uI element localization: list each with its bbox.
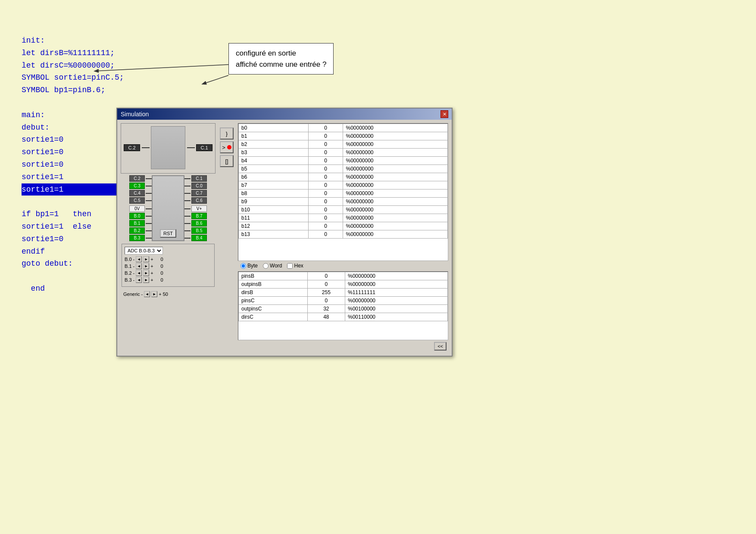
pin-label-b0[interactable]: B.0 bbox=[129, 213, 145, 219]
pins-row-pinsC: pinsC0%00000000 bbox=[239, 297, 448, 305]
adc-decr-b0[interactable]: ◄ bbox=[136, 256, 142, 262]
reg-binary: %00000000 bbox=[343, 230, 448, 239]
reg-row-b9: b90%00000000 bbox=[239, 198, 448, 206]
reg-value: 0 bbox=[308, 222, 343, 230]
reg-value: 0 bbox=[308, 124, 343, 132]
hex-checkbox[interactable] bbox=[287, 263, 293, 269]
adc-incr-b3[interactable]: ► bbox=[143, 277, 149, 283]
pin-label-c3[interactable]: C.3 bbox=[129, 183, 145, 189]
pin-row-c0: C.0 bbox=[184, 183, 207, 189]
pins-scroll[interactable]: pinsB0%00000000outpinsB0%00000000dirsB25… bbox=[238, 271, 448, 340]
wire-left-c5 bbox=[146, 200, 152, 201]
reg-value: 0 bbox=[308, 181, 343, 189]
reg-name: b7 bbox=[239, 181, 309, 189]
pins-value: 0 bbox=[307, 272, 345, 280]
wire-left-c2 bbox=[146, 178, 152, 179]
pin-label-c7[interactable]: C.7 bbox=[191, 190, 207, 196]
pin-row-c7: C.7 bbox=[184, 190, 207, 196]
pin-label-b5[interactable]: B.5 bbox=[191, 227, 207, 234]
reg-binary: %00000000 bbox=[343, 124, 448, 132]
pins-name: dirsC bbox=[239, 313, 308, 321]
btn-brace[interactable]: } bbox=[220, 127, 234, 140]
word-option-label[interactable]: Word bbox=[263, 263, 282, 269]
adc-val-b2: 0 bbox=[155, 270, 163, 276]
pin-label-c4[interactable]: C.4 bbox=[129, 190, 145, 196]
reg-options: Byte Word Hex bbox=[238, 261, 448, 270]
pin-label-c1[interactable]: C.1 bbox=[191, 175, 207, 182]
left-pins: C.2 C.3 C.4 C.5 bbox=[129, 175, 152, 241]
pin-label-b6[interactable]: B.6 bbox=[191, 220, 207, 227]
word-label: Word bbox=[270, 263, 282, 269]
pin-c2[interactable]: C.2 bbox=[124, 144, 140, 151]
code-line-s1-1: sortie1=1 bbox=[22, 171, 124, 183]
reg-name: b12 bbox=[239, 222, 309, 230]
reg-value: 0 bbox=[308, 198, 343, 206]
wire-b6 bbox=[184, 223, 191, 224]
generic-row: Generic - ◄ ► + 50 bbox=[122, 289, 215, 299]
code-line-main: main: bbox=[22, 109, 124, 121]
pins-row-outpinsC: outpinsC32%00100000 bbox=[239, 305, 448, 313]
wire-b7 bbox=[184, 216, 191, 217]
pin-row-c4: C.4 bbox=[129, 190, 152, 196]
reg-name: b5 bbox=[239, 165, 309, 173]
nav-area: << bbox=[238, 340, 448, 352]
pin-label-c6[interactable]: C.6 bbox=[191, 197, 207, 204]
sim-close-button[interactable]: ✕ bbox=[440, 110, 448, 118]
adc-incr-b1[interactable]: ► bbox=[143, 263, 149, 269]
reg-name: b6 bbox=[239, 173, 309, 181]
byte-option-label[interactable]: Byte bbox=[241, 263, 258, 269]
adc-select[interactable]: ADC B.0-B.3 bbox=[125, 247, 163, 255]
pin-label-b4[interactable]: B.4 bbox=[191, 235, 207, 241]
pin-label-b1[interactable]: B.1 bbox=[129, 220, 145, 227]
wire-b0 bbox=[146, 216, 152, 217]
pin-row-c2: C.2 bbox=[129, 175, 152, 182]
reg-value: 0 bbox=[308, 132, 343, 140]
reg-row-b0: b00%00000000 bbox=[239, 124, 448, 132]
nav-back-button[interactable]: << bbox=[434, 342, 447, 351]
hex-option-label[interactable]: Hex bbox=[287, 263, 303, 269]
pins-row-dirsB: dirsB255%11111111 bbox=[239, 289, 448, 297]
pins-binary: %00110000 bbox=[345, 313, 447, 321]
pin-label-b2[interactable]: B.2 bbox=[129, 227, 145, 234]
wire-b5 bbox=[184, 230, 191, 231]
adc-row-b3: B.3 - ◄ ► + 0 bbox=[125, 277, 212, 283]
code-line-dirsb: let dirsB=%11111111; bbox=[22, 47, 124, 59]
pin-row-b6: B.6 bbox=[184, 220, 207, 227]
pin-label-c0[interactable]: C.0 bbox=[191, 183, 207, 189]
pin-label-b3[interactable]: B.3 bbox=[129, 235, 145, 241]
rst-button[interactable]: RST bbox=[160, 229, 176, 238]
reg-name: b4 bbox=[239, 157, 309, 165]
pin-label-c2[interactable]: C.2 bbox=[129, 175, 145, 182]
reg-binary: %00000000 bbox=[343, 214, 448, 222]
generic-incr[interactable]: ► bbox=[151, 291, 157, 297]
adc-decr-b3[interactable]: ◄ bbox=[136, 277, 142, 283]
adc-decr-b2[interactable]: ◄ bbox=[136, 270, 142, 276]
pins-value: 32 bbox=[307, 305, 345, 313]
pin-label-c5[interactable]: C.5 bbox=[129, 197, 145, 204]
byte-radio[interactable] bbox=[241, 263, 246, 269]
reg-value: 0 bbox=[308, 165, 343, 173]
word-radio[interactable] bbox=[263, 263, 269, 269]
pin-row-b2: B.2 bbox=[129, 227, 152, 234]
pin-c1[interactable]: C.1 bbox=[196, 144, 212, 151]
pin-label-b7[interactable]: B.7 bbox=[191, 213, 207, 219]
reg-row-b11: b110%00000000 bbox=[239, 214, 448, 222]
adc-incr-b0[interactable]: ► bbox=[143, 256, 149, 262]
adc-incr-b2[interactable]: ► bbox=[143, 270, 149, 276]
reg-name: b11 bbox=[239, 214, 309, 222]
code-line-end: end bbox=[22, 283, 124, 295]
adc-decr-b1[interactable]: ◄ bbox=[136, 263, 142, 269]
chip-diagram: C.2 C.1 bbox=[121, 123, 216, 174]
reg-scroll[interactable]: b00%00000000b10%00000000b20%00000000b30%… bbox=[238, 123, 448, 261]
btn-gt-red[interactable]: > bbox=[220, 141, 234, 153]
pin-row-c1: C.1 bbox=[184, 175, 207, 182]
code-line-goto: goto debut: bbox=[22, 258, 124, 270]
btn-bracket[interactable]: [] bbox=[220, 155, 234, 167]
adc-label-b2: B.2 bbox=[125, 270, 132, 276]
code-line-s0-3: sortie1=0 bbox=[22, 158, 124, 171]
pin-row-c5: C.5 bbox=[129, 197, 152, 204]
reg-name: b13 bbox=[239, 230, 309, 239]
right-pins: C.1 C.0 C.7 C.6 bbox=[184, 175, 207, 241]
pins-value: 255 bbox=[307, 289, 345, 297]
generic-decr[interactable]: ◄ bbox=[144, 291, 150, 297]
